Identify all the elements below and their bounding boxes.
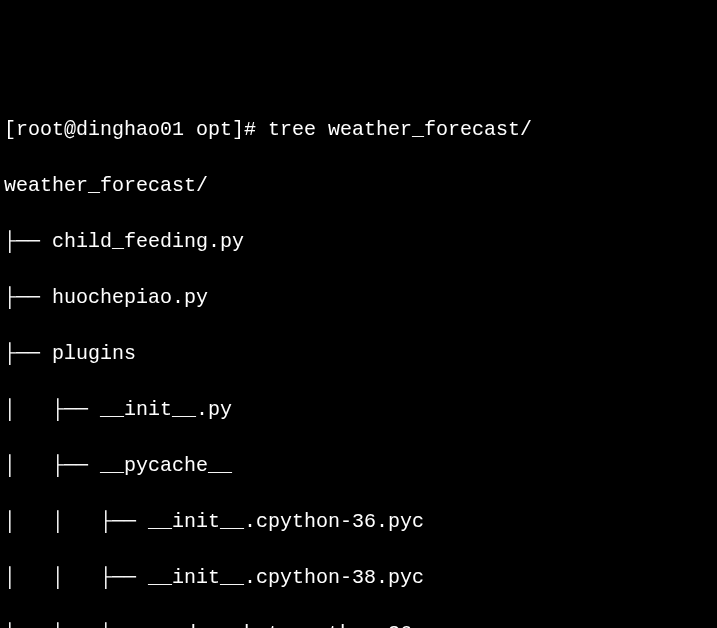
tree-line: │ ├── __init__.py	[4, 396, 717, 424]
terminal-prompt-line-1: [root@dinghao01 opt]# tree weather_forec…	[4, 116, 717, 144]
tree-line: ├── plugins	[4, 340, 717, 368]
tree-line: ├── huochepiao.py	[4, 284, 717, 312]
tree-line: │ │ ├── send_wechat.cpython-36.pyc	[4, 620, 717, 628]
tree-line: │ │ ├── __init__.cpython-38.pyc	[4, 564, 717, 592]
tree-line: ├── child_feeding.py	[4, 228, 717, 256]
tree-root: weather_forecast/	[4, 172, 717, 200]
tree-line: │ ├── __pycache__	[4, 452, 717, 480]
tree-line: │ │ ├── __init__.cpython-36.pyc	[4, 508, 717, 536]
